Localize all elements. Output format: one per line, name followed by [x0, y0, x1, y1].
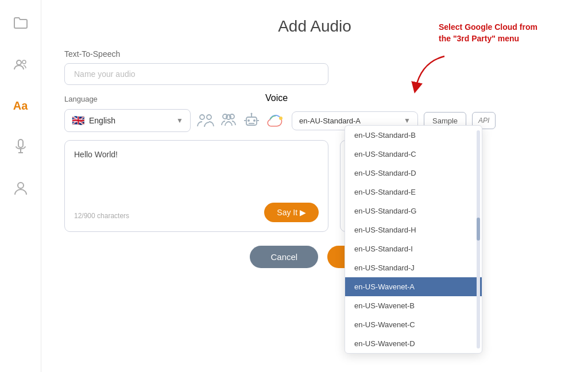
svg-point-7: [207, 115, 211, 119]
svg-point-6: [200, 115, 204, 119]
annotation-arrow: [404, 51, 450, 96]
dropdown-item[interactable]: en-US-Wavenet-C: [345, 315, 482, 334]
sidebar-icon-text[interactable]: Aa: [9, 94, 32, 117]
annotation: Select Google Cloud from the "3rd Party"…: [439, 22, 542, 44]
svg-point-1: [22, 60, 26, 64]
bottom-buttons: Cancel Ad: [64, 246, 565, 268]
language-select[interactable]: 🇬🇧 English ▼: [64, 109, 191, 132]
scroll-indicator: [477, 130, 480, 348]
dropdown-item[interactable]: en-US-Standard-G: [345, 202, 482, 220]
flag-icon: 🇬🇧: [72, 114, 84, 127]
svg-rect-2: [18, 140, 23, 148]
svg-point-12: [247, 119, 250, 122]
language-value: English: [89, 116, 172, 125]
female-voices-icon[interactable]: [219, 111, 238, 130]
sidebar: Aa: [0, 0, 41, 372]
annotation-text: Select Google Cloud from the "3rd Party"…: [439, 22, 542, 44]
sidebar-icon-users[interactable]: [9, 53, 32, 76]
svg-point-13: [253, 119, 256, 122]
dropdown-item[interactable]: en-US-Standard-B: [345, 126, 482, 145]
dropdown-item[interactable]: en-US-Wavenet-D: [345, 334, 482, 353]
sidebar-icon-folder[interactable]: [9, 11, 32, 34]
voice-dropdown: en-US-Standard-Ben-US-Standard-Cen-US-St…: [345, 125, 482, 354]
svg-point-15: [251, 113, 253, 115]
google-cloud-icon[interactable]: [265, 110, 286, 131]
robot-voice-icon[interactable]: [242, 111, 261, 130]
chevron-down-icon: ▼: [176, 117, 183, 125]
say-it-button[interactable]: Say It ▶: [264, 203, 319, 222]
svg-point-0: [17, 60, 21, 65]
sidebar-icon-mic[interactable]: [9, 135, 32, 158]
text-box: Hello World! 12/900 characters Say It ▶: [64, 140, 328, 232]
dropdown-item[interactable]: en-US-Standard-J: [345, 258, 482, 277]
male-voices-icon[interactable]: [196, 111, 215, 130]
dropdown-item[interactable]: en-US-Standard-D: [345, 164, 482, 183]
tts-section-label: Text-To-Speech: [64, 49, 565, 59]
controls-row: 🇬🇧 English ▼: [64, 109, 565, 132]
svg-point-19: [279, 117, 283, 120]
cancel-button[interactable]: Cancel: [250, 246, 318, 268]
dropdown-item[interactable]: en-US-Standard-C: [345, 145, 482, 164]
language-label: Language: [64, 95, 191, 103]
dropdown-item[interactable]: en-US-Wavenet-A: [345, 277, 482, 296]
dropdown-item[interactable]: en-US-Wavenet-B: [345, 296, 482, 315]
text-aa-label: Aa: [13, 99, 28, 113]
textarea-section: Hello World! 12/900 characters Say It ▶ …: [64, 140, 565, 232]
main-content: Add Audio Text-To-Speech Language Voice …: [41, 0, 588, 372]
sidebar-icon-avatar[interactable]: [9, 177, 32, 200]
voice-label: Voice: [265, 93, 288, 103]
svg-point-5: [18, 183, 24, 188]
scroll-thumb: [477, 218, 480, 241]
dropdown-item[interactable]: en-US-Standard-E: [345, 183, 482, 202]
voice-chevron-icon: ▼: [404, 117, 411, 125]
voice-value: en-AU-Standard-A: [299, 117, 399, 125]
dropdown-item[interactable]: en-US-Standard-H: [345, 220, 482, 239]
audio-name-input[interactable]: [64, 63, 328, 85]
dropdown-item[interactable]: en-US-Standard-I: [345, 239, 482, 258]
voice-icons-group: [196, 110, 286, 131]
text-content[interactable]: Hello World!: [74, 150, 319, 207]
